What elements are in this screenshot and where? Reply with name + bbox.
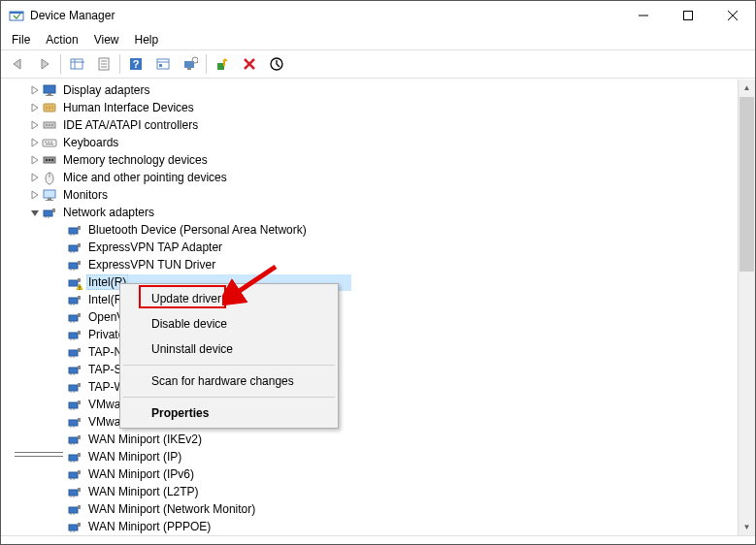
maximize-button[interactable] — [666, 1, 710, 30]
tree-device[interactable]: VMware Virtual Ethernet Adapter for VMne… — [5, 396, 738, 413]
tree-device[interactable]: Bluetooth Device (Personal Area Network) — [5, 221, 738, 239]
menu-view[interactable]: View — [87, 31, 126, 48]
tree-device[interactable]: Private — [5, 326, 738, 343]
vertical-scrollbar[interactable]: ▲ ▼ — [738, 80, 755, 535]
back-button[interactable] — [5, 51, 30, 77]
tree-category[interactable]: Memory technology devices — [5, 151, 738, 169]
toolbar: ? — [1, 49, 755, 79]
svg-rect-86 — [69, 368, 78, 373]
tree-label: WAN Miniport (PPPOE) — [86, 519, 213, 534]
network-adapter-icon — [67, 257, 82, 272]
expand-icon[interactable] — [28, 118, 42, 132]
scroll-down-arrow[interactable]: ▼ — [739, 519, 755, 535]
ctx-scan-hardware[interactable]: Scan for hardware changes — [122, 369, 336, 394]
ctx-properties[interactable]: Properties — [122, 401, 336, 426]
tree-category[interactable]: IDE ATA/ATAPI controllers — [5, 116, 738, 134]
tree-category[interactable]: Mice and other pointing devices — [5, 169, 738, 186]
tree-label: Network adapters — [61, 205, 156, 220]
tree-device[interactable]: ExpressVPN TAP Adapter — [5, 239, 738, 256]
expand-icon[interactable] — [28, 136, 42, 149]
expand-icon[interactable] — [28, 188, 42, 202]
properties-button[interactable] — [91, 51, 116, 77]
svg-rect-38 — [45, 142, 47, 143]
svg-rect-51 — [44, 210, 52, 216]
tree-category[interactable]: Keyboards — [5, 134, 738, 151]
network-adapter-icon — [67, 397, 82, 412]
tree-device[interactable]: VMware Virtual Ethernet Adapter for VMne… — [5, 413, 738, 431]
tree-device[interactable]: ExpressVPN TUN Driver — [5, 256, 738, 273]
tree-device[interactable]: TAP-N — [5, 343, 738, 361]
update-driver-button[interactable] — [210, 51, 235, 77]
scroll-up-arrow[interactable]: ▲ — [739, 80, 755, 96]
svg-rect-45 — [51, 159, 53, 161]
tree-label: WAN Miniport (IP) — [86, 449, 183, 465]
svg-rect-78 — [69, 333, 78, 338]
tree-category[interactable]: Human Interface Devices — [5, 99, 738, 116]
svg-rect-60 — [78, 243, 81, 247]
scan-hardware-button[interactable] — [178, 51, 203, 77]
tree-device[interactable]: WAN Miniport (IKEv2) — [5, 431, 738, 448]
tree-device[interactable]: WAN Miniport (L2TP) — [5, 483, 738, 500]
svg-rect-26 — [44, 85, 55, 93]
svg-line-21 — [197, 62, 198, 64]
hid-icon — [42, 100, 57, 115]
disable-button[interactable] — [264, 51, 289, 77]
tree-device[interactable]: WAN Miniport (PPPOE) — [5, 518, 738, 535]
minimize-button[interactable] — [621, 1, 666, 30]
scroll-thumb[interactable] — [740, 97, 754, 272]
expand-icon[interactable] — [28, 101, 42, 114]
tree-device[interactable]: WAN Miniport (Network Monitor) — [5, 500, 738, 518]
network-adapter-icon — [67, 414, 82, 430]
svg-rect-40 — [50, 142, 52, 143]
svg-rect-82 — [69, 350, 78, 356]
action-button[interactable] — [150, 51, 176, 77]
forward-button[interactable] — [32, 51, 57, 77]
tree-device[interactable]: WAN Miniport (IP) — [5, 448, 738, 465]
svg-rect-71 — [78, 296, 81, 300]
svg-rect-110 — [69, 472, 78, 478]
tree-category[interactable]: Monitors — [5, 186, 738, 204]
device-tree[interactable]: Display adaptersHuman Interface DevicesI… — [1, 80, 738, 535]
tree-label: Mice and other pointing devices — [61, 170, 229, 185]
ctx-update-driver[interactable]: Update driver — [122, 286, 336, 311]
tree-device[interactable]: WAN Miniport (IPv6) — [5, 465, 738, 483]
svg-rect-90 — [69, 385, 78, 391]
collapse-icon[interactable] — [28, 206, 42, 219]
ctx-uninstall-device[interactable]: Uninstall device — [122, 337, 336, 362]
tree-device[interactable]: !Intel(R) — [5, 273, 738, 291]
tree-category[interactable]: Display adapters — [5, 81, 738, 99]
svg-rect-111 — [78, 470, 81, 474]
uninstall-button[interactable] — [237, 51, 262, 77]
menu-help[interactable]: Help — [128, 31, 166, 48]
svg-rect-118 — [69, 507, 78, 513]
svg-rect-39 — [48, 142, 49, 143]
tree-label: Memory technology devices — [61, 152, 210, 168]
svg-rect-63 — [69, 263, 78, 269]
close-button[interactable] — [710, 1, 755, 30]
menu-file[interactable]: File — [5, 31, 37, 48]
svg-rect-43 — [46, 159, 48, 161]
expand-icon[interactable] — [28, 83, 42, 97]
ctx-disable-device[interactable]: Disable device — [122, 311, 336, 337]
svg-rect-79 — [78, 331, 81, 335]
expand-icon[interactable] — [28, 153, 42, 167]
expand-icon[interactable] — [28, 171, 42, 184]
tree-device[interactable]: OpenV — [5, 308, 738, 326]
tree-label: WAN Miniport (Network Monitor) — [86, 501, 257, 517]
svg-point-36 — [51, 124, 53, 126]
help-button[interactable]: ? — [123, 51, 148, 77]
network-adapter-icon — [67, 484, 82, 499]
tree-device[interactable]: TAP-Su — [5, 361, 738, 378]
svg-rect-19 — [187, 68, 191, 70]
toolbar-separator — [206, 54, 207, 74]
tree-label: Monitors — [61, 187, 110, 203]
svg-rect-64 — [78, 261, 81, 265]
svg-rect-75 — [78, 313, 81, 317]
menu-action[interactable]: Action — [39, 31, 84, 48]
svg-rect-119 — [78, 505, 81, 509]
svg-rect-49 — [48, 198, 51, 200]
tree-device[interactable]: TAP-W — [5, 378, 738, 396]
show-hide-tree-button[interactable] — [64, 51, 89, 77]
tree-category-network[interactable]: Network adapters — [5, 204, 738, 221]
tree-device[interactable]: Intel(R) — [5, 291, 738, 308]
